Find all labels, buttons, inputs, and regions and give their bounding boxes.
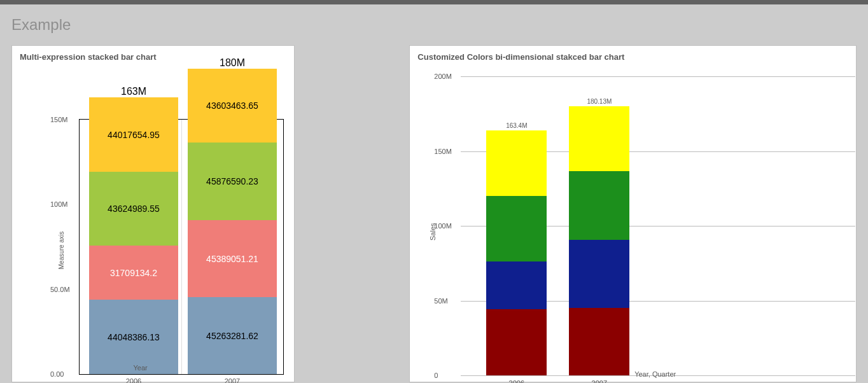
charts-row: Multi-expression stacked bar chart Measu… xyxy=(11,45,857,382)
chart2-title: Customized Colors bi-dimensional stakced… xyxy=(410,46,856,64)
chart2-ytick: 200M xyxy=(434,73,452,80)
chart1-xtick: 2006 xyxy=(89,377,178,383)
chart2-xlabel: Year, Quarter xyxy=(461,370,850,378)
chart-multi-expression[interactable]: Multi-expression stacked bar chart Measu… xyxy=(11,45,295,382)
chart2-seg2-2006[interactable] xyxy=(486,261,547,309)
chart2-xtick: 2006 xyxy=(486,379,547,383)
chart1-seg3-2007[interactable]: 45876590.23 xyxy=(188,143,277,220)
chart1-seg1-2007[interactable]: 45263281.62 xyxy=(188,297,277,374)
chart1-ylabel: Measure axis xyxy=(58,232,65,269)
chart1-xlabel: Year xyxy=(12,364,269,372)
chart2-plot: 0 50M 100M 150M 200M 163.4M 180.13M xyxy=(461,76,855,375)
chart1-bar-2007[interactable]: 180M 43603463.65 45876590.23 45389051.21… xyxy=(188,69,277,374)
chart1-ytick: 50.0M xyxy=(50,286,70,293)
chart1-xtick: 2007 xyxy=(188,377,277,383)
chart2-seg3-2007[interactable] xyxy=(569,171,629,240)
chart1-bar-2006[interactable]: 163M 44017654.95 43624989.55 31709134.2 … xyxy=(89,97,178,374)
chart2-ytick: 50M xyxy=(434,297,447,305)
page: Example Multi-expression stacked bar cha… xyxy=(0,4,868,383)
chart2-ytick: 100M xyxy=(434,222,452,230)
page-title: Example xyxy=(11,16,857,34)
chart1-seg2-2006[interactable]: 31709134.2 xyxy=(89,246,178,300)
chart1-ytick: 150M xyxy=(50,116,68,123)
chart1-seg3-2006[interactable]: 43624989.55 xyxy=(89,172,178,246)
chart1-ytick: 100M xyxy=(50,200,68,208)
chart2-seg4-2006[interactable] xyxy=(486,130,547,196)
chart2-seg2-2007[interactable] xyxy=(569,240,629,308)
chart1-seg4-2007[interactable]: 43603463.65 xyxy=(188,69,277,143)
chart2-seg4-2007[interactable] xyxy=(569,106,629,171)
chart1-plot: Measure axis 0.00 50.0M 100M 150M 163M 4… xyxy=(79,119,284,375)
chart1-total-2006: 163M xyxy=(89,86,178,97)
chart1-total-2007: 180M xyxy=(188,57,277,69)
chart2-total-2006: 163.4M xyxy=(486,122,547,129)
chart1-seg1-2006[interactable]: 44048386.13 xyxy=(89,300,178,374)
chart2-bar-2007[interactable]: 180.13M xyxy=(569,106,629,375)
chart-customized-colors[interactable]: Customized Colors bi-dimensional stakced… xyxy=(409,45,857,382)
chart2-seg3-2006[interactable] xyxy=(486,196,547,261)
chart2-bar-2006[interactable]: 163.4M xyxy=(486,130,547,375)
chart2-ytick: 0 xyxy=(434,372,438,379)
chart2-xtick: 2007 xyxy=(569,379,629,383)
chart1-seg4-2006[interactable]: 44017654.95 xyxy=(89,97,178,172)
chart2-ytick: 150M xyxy=(434,148,452,155)
chart2-seg1-2007[interactable] xyxy=(569,308,629,375)
chart2-seg1-2006[interactable] xyxy=(486,309,547,375)
chart1-seg2-2007[interactable]: 45389051.21 xyxy=(188,220,277,297)
top-menu-bar xyxy=(0,0,868,4)
chart2-total-2007: 180.13M xyxy=(569,98,629,105)
